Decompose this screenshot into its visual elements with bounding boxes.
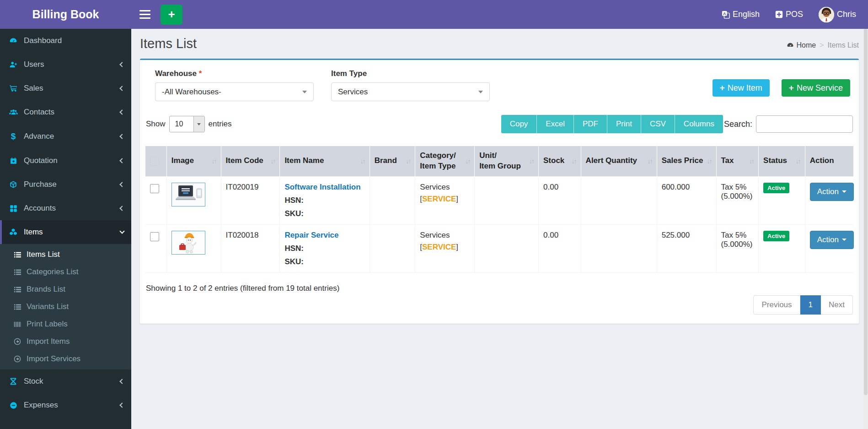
table-info-text: Showing 1 to 2 of 2 entries (filtered fr… <box>146 283 339 293</box>
item-type-filter: Item Type Services <box>331 69 490 101</box>
sidebar-subitem-import-items[interactable]: Import Items <box>0 333 131 350</box>
menu-toggle-button[interactable] <box>139 10 153 19</box>
column-header-unit[interactable]: Unit/Item Group <box>475 146 539 176</box>
page-1-button[interactable]: 1 <box>800 295 821 315</box>
item-name-link[interactable]: Software Installation <box>284 183 360 192</box>
scrollbar-thumb[interactable] <box>864 29 868 395</box>
cart-icon <box>7 84 19 92</box>
action-dropdown-button[interactable]: Action <box>810 231 854 249</box>
search-input[interactable] <box>756 115 853 133</box>
quick-add-button[interactable]: + <box>161 5 182 25</box>
excel-button[interactable]: Excel <box>537 115 574 133</box>
sidebar-item-label: Dashboard <box>24 36 62 45</box>
sort-icon[interactable] <box>358 157 365 165</box>
sidebar-subitem-categories-list[interactable]: Categories List <box>0 263 131 281</box>
dollar-icon: $ <box>7 131 19 141</box>
plus-square-icon <box>775 11 783 18</box>
sidebar-item-expenses[interactable]: Expenses <box>0 393 131 417</box>
sidebar-item-contacts[interactable]: Contacts <box>0 100 131 124</box>
sidebar-item-stock[interactable]: Stock <box>0 369 131 393</box>
sidebar-item-users[interactable]: Users <box>0 53 131 76</box>
print-button[interactable]: Print <box>607 115 641 133</box>
required-asterisk: * <box>199 69 202 78</box>
sort-icon[interactable] <box>704 157 712 165</box>
column-header-category[interactable]: Category/Item Type <box>415 146 475 176</box>
column-header-brand[interactable]: Brand <box>370 146 415 176</box>
sidebar-subitem-print-labels[interactable]: Print Labels <box>0 315 131 333</box>
previous-page-button[interactable]: Previous <box>753 295 800 315</box>
chevron-left-icon <box>119 158 124 163</box>
column-header-image[interactable]: Image <box>166 146 221 176</box>
sidebar-subitem-items-list[interactable]: Items List <box>0 246 131 263</box>
sidebar-subitem-label: Categories List <box>27 267 78 277</box>
sidebar-subitem-brands-list[interactable]: Brands List <box>0 281 131 298</box>
column-header-tax[interactable]: Tax <box>716 146 759 176</box>
table-header-row: Image Item Code Item Name Brand Category… <box>145 146 853 176</box>
sidebar-item-quotation[interactable]: Quotation <box>0 149 131 173</box>
column-header-status[interactable]: Status <box>759 146 805 176</box>
sidebar-item-label: Stock <box>24 377 43 386</box>
export-button-group: Copy Excel PDF Print CSV Columns <box>501 115 723 133</box>
column-header-item-code[interactable]: Item Code <box>221 146 280 176</box>
language-menu[interactable]: A English <box>722 10 760 19</box>
stock-cell: 0.00 <box>539 224 581 272</box>
page-length-select[interactable]: 10 <box>169 116 205 132</box>
copy-button[interactable]: Copy <box>501 115 537 133</box>
sidebar-item-advance[interactable]: $ Advance <box>0 124 131 149</box>
sidebar-item-sales[interactable]: Sales <box>0 76 131 100</box>
item-type-select-value: Services <box>338 87 368 97</box>
user-menu[interactable]: Chris <box>819 7 856 22</box>
sidebar-subitem-import-services[interactable]: Import Services <box>0 350 131 368</box>
items-list-card: Warehouse * -All Warehouses- Item Type S… <box>140 59 859 324</box>
warehouse-select-value: -All Warehouses- <box>162 87 221 97</box>
sidebar-item-purchase[interactable]: Purchase <box>0 173 131 196</box>
chevron-down-icon <box>302 91 307 93</box>
row-checkbox[interactable] <box>150 232 159 241</box>
sort-icon[interactable] <box>569 157 576 165</box>
sort-icon[interactable] <box>645 157 652 165</box>
list-icon <box>12 304 23 310</box>
pos-button[interactable]: POS <box>775 10 803 19</box>
repair-service-mascot-image[interactable] <box>171 231 205 255</box>
sort-icon[interactable] <box>268 157 275 165</box>
column-header-sales-price[interactable]: Sales Price <box>657 146 716 176</box>
select-all-checkbox[interactable] <box>150 157 159 166</box>
alert-quantity-cell <box>581 176 657 224</box>
new-item-button[interactable]: + New Item <box>713 79 770 97</box>
item-type-select[interactable]: Services <box>331 82 490 101</box>
next-page-button[interactable]: Next <box>821 295 853 315</box>
language-icon: A <box>722 11 730 19</box>
pdf-button[interactable]: PDF <box>574 115 607 133</box>
row-checkbox[interactable] <box>150 184 159 193</box>
csv-button[interactable]: CSV <box>641 115 675 133</box>
sort-icon[interactable] <box>793 157 800 165</box>
item-name-link[interactable]: Repair Service <box>284 231 338 240</box>
warehouse-select[interactable]: -All Warehouses- <box>155 82 314 101</box>
chevron-left-icon <box>119 402 124 407</box>
sort-icon[interactable] <box>462 157 470 165</box>
barcode-icon <box>12 321 23 328</box>
column-header-stock[interactable]: Stock <box>539 146 581 176</box>
action-cell: Action <box>805 176 853 224</box>
new-service-button[interactable]: + New Service <box>782 79 850 97</box>
app-logo[interactable]: Billing Book <box>0 0 131 29</box>
laptop-software-product-image[interactable] <box>171 183 205 206</box>
sidebar-subitem-label: Items List <box>27 250 60 259</box>
sort-icon[interactable] <box>526 157 534 165</box>
action-dropdown-button[interactable]: Action <box>810 183 854 201</box>
columns-button[interactable]: Columns <box>675 115 723 133</box>
scrollbar[interactable] <box>863 29 868 429</box>
user-plus-icon <box>7 60 19 69</box>
sort-icon[interactable] <box>746 157 754 165</box>
sidebar-item-accounts[interactable]: Accounts <box>0 196 131 220</box>
pos-label: POS <box>786 10 803 19</box>
item-name-cell: Repair Service HSN: SKU: <box>280 224 370 272</box>
sort-icon[interactable] <box>209 157 216 165</box>
sidebar-item-dashboard[interactable]: Dashboard <box>0 29 131 53</box>
breadcrumb-home[interactable]: Home <box>787 41 816 49</box>
column-header-alert-quantity[interactable]: Alert Quantity <box>581 146 657 176</box>
column-header-item-name[interactable]: Item Name <box>280 146 370 176</box>
sidebar-subitem-variants-list[interactable]: Variants List <box>0 298 131 315</box>
sort-icon[interactable] <box>403 157 410 165</box>
sidebar-item-items[interactable]: Items <box>0 220 131 244</box>
